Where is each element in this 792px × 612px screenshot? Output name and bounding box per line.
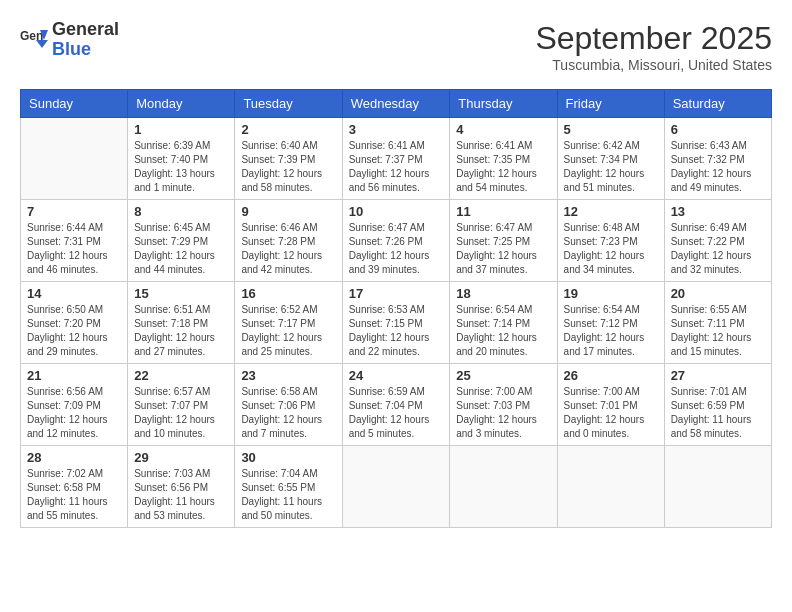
- day-info: Sunrise: 7:00 AM Sunset: 7:01 PM Dayligh…: [564, 385, 658, 441]
- calendar-cell: 15Sunrise: 6:51 AM Sunset: 7:18 PM Dayli…: [128, 282, 235, 364]
- day-header-wednesday: Wednesday: [342, 90, 450, 118]
- day-number: 10: [349, 204, 444, 219]
- day-number: 13: [671, 204, 765, 219]
- calendar-cell: 8Sunrise: 6:45 AM Sunset: 7:29 PM Daylig…: [128, 200, 235, 282]
- calendar-week-row: 7Sunrise: 6:44 AM Sunset: 7:31 PM Daylig…: [21, 200, 772, 282]
- calendar-cell: 13Sunrise: 6:49 AM Sunset: 7:22 PM Dayli…: [664, 200, 771, 282]
- calendar-week-row: 14Sunrise: 6:50 AM Sunset: 7:20 PM Dayli…: [21, 282, 772, 364]
- day-info: Sunrise: 6:57 AM Sunset: 7:07 PM Dayligh…: [134, 385, 228, 441]
- day-info: Sunrise: 6:39 AM Sunset: 7:40 PM Dayligh…: [134, 139, 228, 195]
- calendar-cell: 16Sunrise: 6:52 AM Sunset: 7:17 PM Dayli…: [235, 282, 342, 364]
- day-number: 26: [564, 368, 658, 383]
- calendar-cell: 6Sunrise: 6:43 AM Sunset: 7:32 PM Daylig…: [664, 118, 771, 200]
- day-number: 21: [27, 368, 121, 383]
- day-info: Sunrise: 6:47 AM Sunset: 7:25 PM Dayligh…: [456, 221, 550, 277]
- calendar-cell: 11Sunrise: 6:47 AM Sunset: 7:25 PM Dayli…: [450, 200, 557, 282]
- page-header: Gen General Blue September 2025 Tuscumbi…: [20, 20, 772, 73]
- day-number: 11: [456, 204, 550, 219]
- day-info: Sunrise: 6:55 AM Sunset: 7:11 PM Dayligh…: [671, 303, 765, 359]
- day-info: Sunrise: 7:03 AM Sunset: 6:56 PM Dayligh…: [134, 467, 228, 523]
- calendar-week-row: 21Sunrise: 6:56 AM Sunset: 7:09 PM Dayli…: [21, 364, 772, 446]
- day-number: 15: [134, 286, 228, 301]
- day-info: Sunrise: 6:54 AM Sunset: 7:14 PM Dayligh…: [456, 303, 550, 359]
- day-info: Sunrise: 6:48 AM Sunset: 7:23 PM Dayligh…: [564, 221, 658, 277]
- day-number: 12: [564, 204, 658, 219]
- day-info: Sunrise: 6:44 AM Sunset: 7:31 PM Dayligh…: [27, 221, 121, 277]
- day-number: 30: [241, 450, 335, 465]
- calendar-cell: 24Sunrise: 6:59 AM Sunset: 7:04 PM Dayli…: [342, 364, 450, 446]
- month-title: September 2025: [535, 20, 772, 57]
- day-number: 6: [671, 122, 765, 137]
- day-info: Sunrise: 6:54 AM Sunset: 7:12 PM Dayligh…: [564, 303, 658, 359]
- day-number: 28: [27, 450, 121, 465]
- day-number: 23: [241, 368, 335, 383]
- calendar-cell: [450, 446, 557, 528]
- day-info: Sunrise: 6:52 AM Sunset: 7:17 PM Dayligh…: [241, 303, 335, 359]
- day-number: 19: [564, 286, 658, 301]
- day-info: Sunrise: 7:00 AM Sunset: 7:03 PM Dayligh…: [456, 385, 550, 441]
- day-number: 16: [241, 286, 335, 301]
- day-info: Sunrise: 7:04 AM Sunset: 6:55 PM Dayligh…: [241, 467, 335, 523]
- day-header-friday: Friday: [557, 90, 664, 118]
- svg-marker-2: [36, 40, 48, 48]
- calendar-header-row: SundayMondayTuesdayWednesdayThursdayFrid…: [21, 90, 772, 118]
- day-info: Sunrise: 7:01 AM Sunset: 6:59 PM Dayligh…: [671, 385, 765, 441]
- day-info: Sunrise: 6:40 AM Sunset: 7:39 PM Dayligh…: [241, 139, 335, 195]
- day-info: Sunrise: 6:53 AM Sunset: 7:15 PM Dayligh…: [349, 303, 444, 359]
- calendar-week-row: 1Sunrise: 6:39 AM Sunset: 7:40 PM Daylig…: [21, 118, 772, 200]
- day-header-sunday: Sunday: [21, 90, 128, 118]
- calendar-cell: 28Sunrise: 7:02 AM Sunset: 6:58 PM Dayli…: [21, 446, 128, 528]
- day-info: Sunrise: 6:45 AM Sunset: 7:29 PM Dayligh…: [134, 221, 228, 277]
- logo-general-text: General: [52, 19, 119, 39]
- logo-blue-text: Blue: [52, 39, 91, 59]
- calendar-cell: 5Sunrise: 6:42 AM Sunset: 7:34 PM Daylig…: [557, 118, 664, 200]
- day-number: 14: [27, 286, 121, 301]
- calendar-cell: 23Sunrise: 6:58 AM Sunset: 7:06 PM Dayli…: [235, 364, 342, 446]
- calendar-cell: [21, 118, 128, 200]
- day-number: 9: [241, 204, 335, 219]
- day-info: Sunrise: 6:50 AM Sunset: 7:20 PM Dayligh…: [27, 303, 121, 359]
- day-number: 3: [349, 122, 444, 137]
- calendar-cell: 20Sunrise: 6:55 AM Sunset: 7:11 PM Dayli…: [664, 282, 771, 364]
- day-number: 29: [134, 450, 228, 465]
- calendar-cell: 26Sunrise: 7:00 AM Sunset: 7:01 PM Dayli…: [557, 364, 664, 446]
- calendar-cell: 22Sunrise: 6:57 AM Sunset: 7:07 PM Dayli…: [128, 364, 235, 446]
- day-number: 8: [134, 204, 228, 219]
- day-number: 17: [349, 286, 444, 301]
- day-info: Sunrise: 6:41 AM Sunset: 7:37 PM Dayligh…: [349, 139, 444, 195]
- calendar-cell: 12Sunrise: 6:48 AM Sunset: 7:23 PM Dayli…: [557, 200, 664, 282]
- day-number: 22: [134, 368, 228, 383]
- calendar-cell: 4Sunrise: 6:41 AM Sunset: 7:35 PM Daylig…: [450, 118, 557, 200]
- calendar-cell: [664, 446, 771, 528]
- location-text: Tuscumbia, Missouri, United States: [535, 57, 772, 73]
- day-number: 18: [456, 286, 550, 301]
- calendar-cell: 2Sunrise: 6:40 AM Sunset: 7:39 PM Daylig…: [235, 118, 342, 200]
- calendar-cell: 18Sunrise: 6:54 AM Sunset: 7:14 PM Dayli…: [450, 282, 557, 364]
- calendar-cell: 27Sunrise: 7:01 AM Sunset: 6:59 PM Dayli…: [664, 364, 771, 446]
- logo-icon: Gen: [20, 26, 48, 54]
- day-info: Sunrise: 6:59 AM Sunset: 7:04 PM Dayligh…: [349, 385, 444, 441]
- calendar-cell: 17Sunrise: 6:53 AM Sunset: 7:15 PM Dayli…: [342, 282, 450, 364]
- day-info: Sunrise: 6:43 AM Sunset: 7:32 PM Dayligh…: [671, 139, 765, 195]
- calendar-cell: 9Sunrise: 6:46 AM Sunset: 7:28 PM Daylig…: [235, 200, 342, 282]
- day-header-tuesday: Tuesday: [235, 90, 342, 118]
- day-info: Sunrise: 6:46 AM Sunset: 7:28 PM Dayligh…: [241, 221, 335, 277]
- calendar-cell: 25Sunrise: 7:00 AM Sunset: 7:03 PM Dayli…: [450, 364, 557, 446]
- calendar-cell: 1Sunrise: 6:39 AM Sunset: 7:40 PM Daylig…: [128, 118, 235, 200]
- calendar-cell: [557, 446, 664, 528]
- day-info: Sunrise: 6:58 AM Sunset: 7:06 PM Dayligh…: [241, 385, 335, 441]
- day-number: 5: [564, 122, 658, 137]
- calendar-cell: [342, 446, 450, 528]
- day-info: Sunrise: 6:41 AM Sunset: 7:35 PM Dayligh…: [456, 139, 550, 195]
- day-header-saturday: Saturday: [664, 90, 771, 118]
- calendar-cell: 21Sunrise: 6:56 AM Sunset: 7:09 PM Dayli…: [21, 364, 128, 446]
- day-info: Sunrise: 7:02 AM Sunset: 6:58 PM Dayligh…: [27, 467, 121, 523]
- day-number: 2: [241, 122, 335, 137]
- day-number: 24: [349, 368, 444, 383]
- day-number: 7: [27, 204, 121, 219]
- logo: Gen General Blue: [20, 20, 119, 60]
- day-header-monday: Monday: [128, 90, 235, 118]
- day-number: 1: [134, 122, 228, 137]
- calendar-cell: 19Sunrise: 6:54 AM Sunset: 7:12 PM Dayli…: [557, 282, 664, 364]
- day-number: 4: [456, 122, 550, 137]
